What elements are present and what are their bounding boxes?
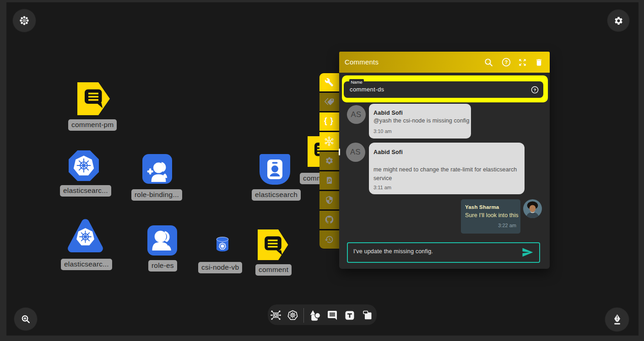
svg-text:?: ? — [534, 88, 536, 92]
svg-text:?: ? — [505, 59, 508, 65]
